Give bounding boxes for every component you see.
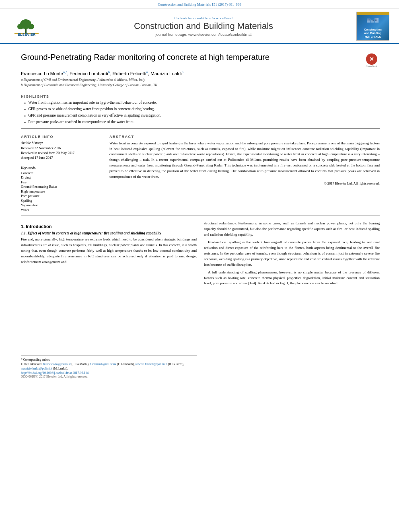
highlight-item-1: • Water front migration has an important…: [24, 101, 380, 106]
keyword-2: Drying: [21, 175, 101, 179]
highlight-item-3: • GPR and pressure measurement combinati…: [24, 113, 380, 119]
abstract-block: ABSTRACT Water front in concrete exposed…: [109, 132, 380, 186]
elsevier-logo-area: ELSEVIER: [6, 15, 51, 37]
abstract-copyright: © 2017 Elsevier Ltd. All rights reserved…: [109, 181, 380, 185]
history-label: Article history:: [21, 141, 101, 145]
keyword-3: Fire: [21, 180, 101, 184]
abstract-text: Water front in concrete exposed to rapid…: [109, 141, 380, 180]
article-title-section: Ground-Penetrating Radar monitoring of c…: [21, 49, 380, 68]
sciencedirect-text: Contents lists available at ScienceDirec…: [51, 16, 356, 20]
elsevier-logo-svg: ELSEVIER: [6, 15, 47, 36]
svg-point-4: [28, 24, 34, 29]
crossmark-label: CrossMark: [366, 65, 377, 68]
keyword-4: Ground-Penetrating Radar: [21, 185, 101, 189]
authors-line: Francesco Lo Montea,*, Federico Lombardi…: [21, 70, 380, 76]
keywords-section: Keywords: Concrete Drying Fire Ground-Pe…: [21, 166, 101, 212]
highlights-section: HIGHLIGHTS • Water front migration has a…: [21, 94, 380, 125]
affiliation-b-text: b Department of Electronic and Electrica…: [21, 83, 157, 88]
bullet-2: •: [24, 107, 26, 112]
svg-text:ELSEVIER: ELSEVIER: [18, 33, 36, 36]
received-date: Received 22 November 2016: [21, 146, 101, 150]
body-text-left: Fire and, more generally, high temperatu…: [21, 237, 197, 265]
keywords-label: Keywords:: [21, 166, 101, 170]
body-para-right-3: A full understanding of spalling phenome…: [204, 270, 380, 287]
article-info-label: ARTICLE INFO: [21, 135, 101, 139]
svg-rect-18: [375, 20, 376, 21]
journal-header: ELSEVIER Contents lists available at Sci…: [0, 8, 399, 44]
affiliation-a: a Department of Civil and Environmental …: [21, 78, 380, 82]
divider-1: [21, 91, 380, 91]
email1-link[interactable]: francesco.lo@polimi.it: [43, 362, 71, 366]
email2-name: (F. Lombardi),: [117, 362, 135, 366]
email4-link[interactable]: maurizio.lualdi@polimi.it: [21, 367, 52, 370]
cover-title-text: Construction and Building MATERIALS: [364, 28, 382, 39]
top-citation-text: Construction and Building Materials 151 …: [158, 2, 241, 6]
body-para-right-1: structural redundancy. Furthermore, in s…: [204, 221, 380, 238]
abstract-column: ABSTRACT Water front in concrete exposed…: [109, 132, 380, 213]
article-info-block: ARTICLE INFO Article history: Received 2…: [21, 132, 101, 212]
svg-rect-14: [373, 20, 374, 21]
keyword-9: Water: [21, 208, 101, 212]
svg-rect-16: [375, 18, 376, 19]
body-para-1: Fire and, more generally, high temperatu…: [21, 237, 197, 265]
bullet-3: •: [24, 114, 26, 119]
email4-name: (M. Lualdi).: [53, 367, 68, 370]
svg-rect-17: [376, 18, 377, 19]
bullet-4: •: [24, 120, 26, 125]
author3-name: , Roberto Felicetti: [110, 71, 146, 76]
body-col-left: 1. Introduction 1.1. Effect of water in …: [21, 221, 197, 290]
body-para-right-2: Heat-induced spalling is the violent bre…: [204, 240, 380, 268]
issn-text: 0950-0618/© 2017 Elsevier Ltd. All right…: [21, 375, 197, 378]
affiliations: a Department of Civil and Environmental …: [21, 78, 380, 88]
affiliation-b: b Department of Electronic and Electrica…: [21, 83, 380, 88]
keyword-8: Vaporization: [21, 203, 101, 207]
journal-cover-area: Construction and Building MATERIALS: [356, 12, 393, 41]
crossmark-logo: ✕ CrossMark: [364, 53, 380, 68]
svg-rect-10: [368, 21, 368, 21]
affiliation-a-text: a Department of Civil and Environmental …: [21, 78, 145, 82]
keyword-7: Spalling: [21, 199, 101, 203]
abstract-label: ABSTRACT: [109, 135, 380, 139]
author2-name: , Federico Lombardi: [67, 71, 108, 76]
accepted-date: Accepted 17 June 2017: [21, 156, 101, 160]
keyword-1: Concrete: [21, 171, 101, 175]
info-abstract-columns: ARTICLE INFO Article history: Received 2…: [21, 132, 380, 213]
highlight-item-2: • GPR proves to be able of detecting wat…: [24, 107, 380, 112]
svg-rect-8: [368, 19, 368, 20]
main-content: Ground-Penetrating Radar monitoring of c…: [0, 44, 399, 296]
svg-rect-9: [369, 19, 370, 20]
email3-link[interactable]: roberto.felicetti@polimi.it: [136, 362, 167, 366]
email3-name: (R. Felicetti),: [168, 362, 184, 366]
highlight-text-2: GPR proves to be able of detecting water…: [28, 107, 154, 111]
journal-title: Construction and Building Materials: [51, 21, 356, 31]
received-revised-date: Received in revised form 20 May 2017: [21, 151, 101, 155]
footnote-corresponding: * Corresponding author.: [21, 357, 197, 362]
journal-header-center: Contents lists available at ScienceDirec…: [51, 16, 356, 37]
article-title: Ground-Penetrating Radar monitoring of c…: [21, 52, 357, 62]
highlights-list: • Water front migration has an important…: [21, 101, 380, 125]
divider-3: [21, 216, 380, 216]
svg-rect-19: [376, 20, 377, 21]
section1-heading: 1. Introduction: [21, 224, 197, 229]
abstract-paragraph: Water front in concrete exposed to rapid…: [109, 141, 380, 180]
journal-cover-thumbnail: Construction and Building MATERIALS: [356, 12, 389, 41]
author1-sup: a,*: [63, 70, 67, 74]
doi-link[interactable]: http://dx.doi.org/10.1016/j.conbuildmat.…: [21, 371, 197, 375]
bullet-1: •: [24, 101, 26, 106]
email2-link[interactable]: f.lombardi@ucl.ac.uk: [90, 362, 116, 366]
body-col-right: structural redundancy. Furthermore, in s…: [204, 221, 380, 290]
cover-graphic: [359, 18, 387, 24]
body-text-right: structural redundancy. Furthermore, in s…: [204, 221, 380, 286]
keyword-6: Pore pressure: [21, 194, 101, 198]
highlight-text-1: Water front migration has an important r…: [28, 101, 156, 105]
author4-name: , Maurizio Lualdi: [148, 71, 182, 76]
author4-sup: a: [182, 70, 183, 74]
svg-rect-12: [371, 20, 374, 23]
footnote-emails: E-mail addresses: francesco.lo@polimi.it…: [21, 362, 197, 371]
highlights-label: HIGHLIGHTS: [21, 94, 380, 99]
body-columns: 1. Introduction 1.1. Effect of water in …: [21, 221, 380, 290]
highlight-text-3: GPR and pressure measurement combination…: [28, 113, 161, 117]
svg-rect-11: [369, 21, 370, 21]
author1-name: Francesco Lo Monte: [21, 71, 63, 76]
divider-keywords: [21, 163, 101, 163]
